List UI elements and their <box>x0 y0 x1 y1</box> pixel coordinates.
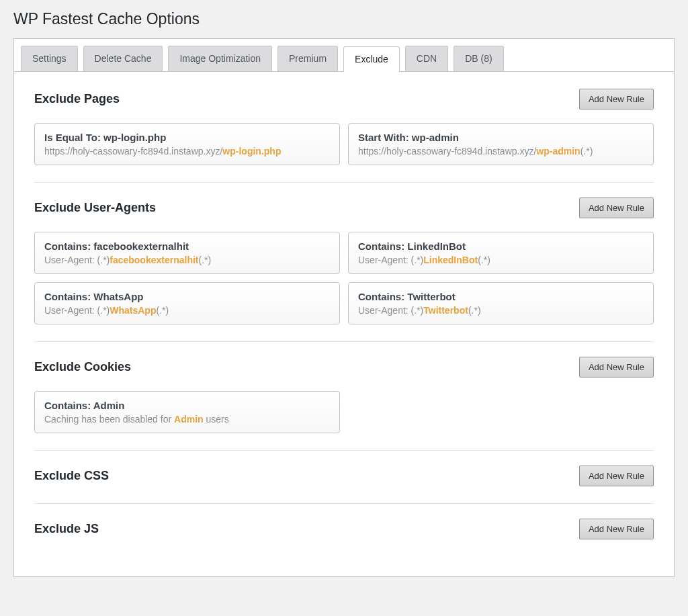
tab-delete-cache[interactable]: Delete Cache <box>83 46 163 71</box>
rule-card[interactable]: Contains: facebookexternalhit User-Agent… <box>34 232 340 274</box>
rule-title: Contains: Admin <box>44 400 330 411</box>
rule-title: Is Equal To: wp-login.php <box>44 132 330 143</box>
tab-image-optimization[interactable]: Image Optimization <box>168 46 272 71</box>
section-exclude-cookies: Exclude Cookies Add New Rule Contains: A… <box>34 341 654 433</box>
rule-title: Contains: Twitterbot <box>358 291 644 302</box>
tab-db[interactable]: DB (8) <box>454 46 503 71</box>
rule-description: User-Agent: (.*)WhatsApp(.*) <box>44 305 330 316</box>
rule-title: Start With: wp-admin <box>358 132 644 143</box>
section-title-css: Exclude CSS <box>34 469 109 483</box>
rule-title: Contains: facebookexternalhit <box>44 240 330 252</box>
section-exclude-js: Exclude JS Add New Rule <box>34 503 654 539</box>
section-title-js: Exclude JS <box>34 522 99 536</box>
section-exclude-pages: Exclude Pages Add New Rule Is Equal To: … <box>34 89 654 165</box>
rule-card[interactable]: Contains: Admin Caching has been disable… <box>34 391 340 433</box>
tabs-nav: Settings Delete Cache Image Optimization… <box>14 39 674 72</box>
rule-card[interactable]: Contains: WhatsApp User-Agent: (.*)Whats… <box>34 282 340 324</box>
rule-description: https://holy-cassowary-fc894d.instawp.xy… <box>358 146 644 157</box>
add-rule-button-useragents[interactable]: Add New Rule <box>579 197 654 218</box>
rule-description: Caching has been disabled for Admin user… <box>44 414 330 425</box>
rule-card[interactable]: Contains: Twitterbot User-Agent: (.*)Twi… <box>348 282 654 324</box>
tab-premium[interactable]: Premium <box>277 46 338 71</box>
tab-exclude[interactable]: Exclude <box>343 46 400 72</box>
section-title-useragents: Exclude User-Agents <box>34 201 156 215</box>
tab-content: Exclude Pages Add New Rule Is Equal To: … <box>14 72 674 576</box>
tab-cdn[interactable]: CDN <box>405 46 448 71</box>
rule-title: Contains: LinkedInBot <box>358 240 644 252</box>
add-rule-button-pages[interactable]: Add New Rule <box>579 89 654 109</box>
rule-description: https://holy-cassowary-fc894d.instawp.xy… <box>44 146 330 157</box>
rule-description: User-Agent: (.*)Twitterbot(.*) <box>358 305 644 316</box>
rule-title: Contains: WhatsApp <box>44 291 330 302</box>
add-rule-button-cookies[interactable]: Add New Rule <box>579 357 654 378</box>
section-exclude-useragents: Exclude User-Agents Add New Rule Contain… <box>34 182 654 324</box>
rule-description: User-Agent: (.*)LinkedInBot(.*) <box>358 255 644 265</box>
add-rule-button-js[interactable]: Add New Rule <box>579 519 654 539</box>
rule-card[interactable]: Start With: wp-admin https://holy-cassow… <box>348 123 654 165</box>
rule-card[interactable]: Contains: LinkedInBot User-Agent: (.*)Li… <box>348 232 654 274</box>
rule-card[interactable]: Is Equal To: wp-login.php https://holy-c… <box>34 123 340 165</box>
tab-settings[interactable]: Settings <box>21 46 78 71</box>
section-title-pages: Exclude Pages <box>34 92 120 106</box>
add-rule-button-css[interactable]: Add New Rule <box>579 466 654 486</box>
rule-description: User-Agent: (.*)facebookexternalhit(.*) <box>44 255 330 265</box>
section-exclude-css: Exclude CSS Add New Rule <box>34 450 654 486</box>
page-title: WP Fastest Cache Options <box>13 10 675 28</box>
section-title-cookies: Exclude Cookies <box>34 360 131 374</box>
options-wrap: Settings Delete Cache Image Optimization… <box>13 38 675 577</box>
